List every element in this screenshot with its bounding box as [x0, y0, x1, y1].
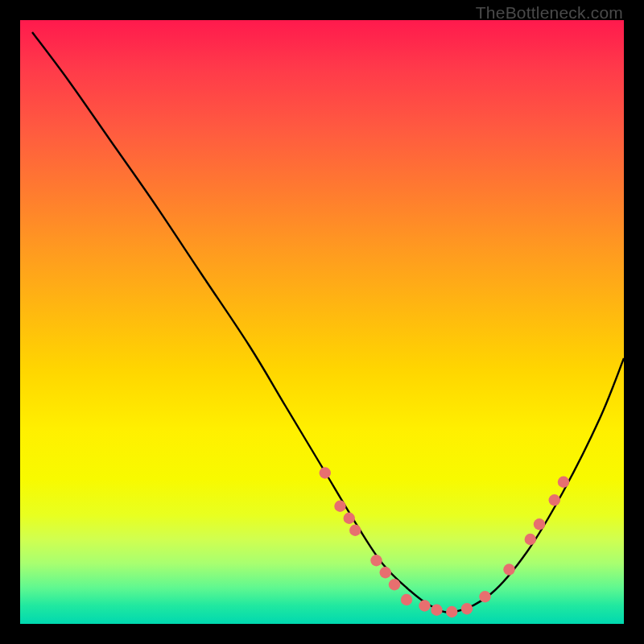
data-marker: [389, 579, 400, 590]
data-marker: [320, 467, 331, 478]
chart-svg: [20, 20, 624, 624]
marker-group: [320, 467, 570, 617]
data-marker: [370, 555, 382, 566]
data-marker: [503, 564, 514, 575]
data-marker: [525, 534, 536, 545]
chart-plot-area: [20, 20, 624, 624]
attribution-text: TheBottleneck.com: [476, 3, 623, 23]
data-marker: [419, 600, 430, 611]
data-marker: [349, 525, 361, 536]
data-marker: [549, 494, 560, 506]
data-marker: [380, 567, 391, 578]
data-marker: [461, 603, 473, 614]
data-marker: [558, 477, 569, 488]
chart-frame: TheBottleneck.com: [0, 0, 644, 644]
data-marker: [446, 606, 457, 617]
data-marker: [479, 591, 490, 602]
data-marker: [401, 594, 412, 605]
data-marker: [334, 501, 345, 512]
data-marker: [431, 605, 442, 616]
data-marker: [344, 513, 355, 524]
data-marker: [534, 518, 545, 530]
